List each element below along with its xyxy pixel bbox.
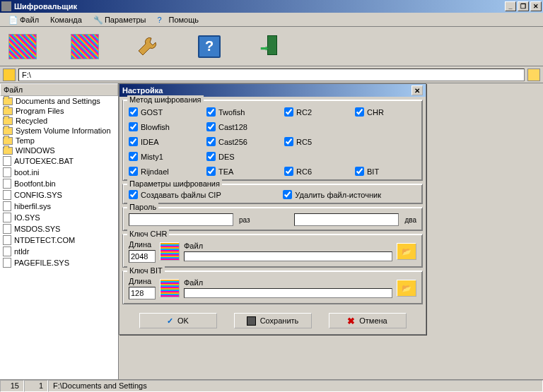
file-name: System Volume Information: [16, 126, 111, 135]
chk-create-cip[interactable]: Создавать файлы CIP: [129, 190, 221, 199]
file-icon: [3, 224, 11, 234]
chk-rc5[interactable]: RC5: [284, 137, 355, 146]
toolbar-cipher1-button[interactable]: [6, 30, 40, 64]
menu-help[interactable]: ?Помощь: [152, 14, 205, 25]
ok-button[interactable]: ✓OK: [139, 313, 217, 328]
chk-chr[interactable]: CHR: [355, 107, 419, 117]
cipher-method-group: Метод шифрования GOST Twofish RC2 CHR Bl…: [122, 100, 423, 181]
chk-cast256[interactable]: Cast256: [206, 137, 284, 146]
file-row[interactable]: Documents and Settings: [0, 96, 118, 106]
chr-length-input[interactable]: [129, 250, 156, 263]
floppy-icon: [247, 316, 256, 326]
file-row[interactable]: CONFIG.SYS: [0, 189, 118, 201]
chr-file-input[interactable]: [184, 251, 392, 261]
help-icon: ?: [158, 16, 166, 24]
file-row[interactable]: boot.ini: [0, 167, 118, 178]
password-input-1[interactable]: [129, 213, 233, 226]
file-name: ntldr: [14, 247, 29, 256]
bit-key-generate-button[interactable]: [160, 279, 180, 297]
chk-tea[interactable]: TEA: [206, 167, 284, 176]
file-name: CONFIG.SYS: [14, 191, 62, 199]
file-name: WINDOWS: [16, 146, 55, 155]
dialog-close-button[interactable]: ✕: [411, 85, 423, 95]
folder-icon: [3, 127, 13, 135]
status-path: F:\Documents and Settings: [48, 380, 543, 392]
bit-file-open-button[interactable]: 📂: [397, 280, 416, 297]
save-button[interactable]: Сохранить: [234, 313, 312, 328]
group-legend: Пароль: [127, 203, 158, 211]
bit-length-input[interactable]: [129, 287, 156, 299]
file-row[interactable]: Bootfont.bin: [0, 178, 118, 189]
file-name: IO.SYS: [14, 213, 40, 222]
file-icon: [3, 247, 11, 256]
toolbar-help-button[interactable]: ?: [192, 30, 226, 64]
file-list-header[interactable]: Файл: [0, 83, 118, 96]
menu-command[interactable]: Команда: [45, 14, 88, 25]
app-icon: [1, 1, 11, 11]
chk-des[interactable]: DES: [206, 152, 284, 161]
toolbar-settings-button[interactable]: [130, 30, 164, 64]
file-row[interactable]: Program Files: [0, 106, 118, 116]
chk-blowfish[interactable]: Blowfish: [129, 122, 206, 131]
folder-icon: [3, 147, 13, 155]
path-input[interactable]: [18, 69, 525, 81]
chk-idea[interactable]: IDEA: [129, 137, 206, 146]
folder-icon: [3, 137, 13, 145]
status-count-2: 1: [24, 380, 48, 392]
chk-delete-src[interactable]: Удалить файл-источник: [283, 190, 381, 199]
file-name: NTDETECT.COM: [14, 236, 75, 244]
file-name: AUTOEXEC.BAT: [14, 157, 74, 165]
chk-bit[interactable]: BIT: [355, 167, 419, 176]
file-row[interactable]: Recycled: [0, 116, 118, 126]
file-icon: [3, 235, 11, 245]
file-row[interactable]: hiberfil.sys: [0, 201, 118, 212]
chk-cast128[interactable]: Cast128: [206, 122, 284, 131]
file-name: MSDOS.SYS: [14, 225, 60, 233]
chr-file-open-button[interactable]: 📂: [397, 243, 416, 260]
bit-key-group: Ключ BIT Длина Файл 📂: [122, 271, 423, 304]
cipher-icon: [8, 34, 37, 59]
path-bar: [0, 66, 543, 83]
file-label: Файл: [184, 242, 392, 250]
cancel-button[interactable]: ✖Отмена: [329, 313, 407, 328]
file-row[interactable]: IO.SYS: [0, 212, 118, 223]
menu-params[interactable]: 🔧Параметры: [88, 14, 152, 25]
x-icon: ✖: [347, 316, 355, 326]
file-list: Файл Documents and SettingsProgram Files…: [0, 83, 119, 380]
file-row[interactable]: WINDOWS: [0, 145, 118, 155]
menu-file[interactable]: 📄Файл: [3, 14, 45, 25]
chk-gost[interactable]: GOST: [129, 107, 206, 117]
chk-rijndael[interactable]: Rijndael: [129, 167, 206, 176]
menubar: 📄Файл Команда 🔧Параметры ?Помощь: [0, 13, 543, 27]
file-row[interactable]: MSDOS.SYS: [0, 223, 118, 234]
bit-file-input[interactable]: [184, 288, 392, 298]
password-input-2[interactable]: [294, 213, 399, 226]
file-icon: [3, 167, 11, 177]
chr-key-group: Ключ CHR Длина Файл 📂: [122, 234, 423, 268]
toolbar-exit-button[interactable]: ➡: [255, 30, 288, 64]
file-row[interactable]: AUTOEXEC.BAT: [0, 155, 118, 167]
close-button[interactable]: ✕: [530, 1, 542, 11]
folder-up-icon[interactable]: [3, 69, 16, 81]
group-legend: Ключ CHR: [127, 230, 169, 238]
length-label: Длина: [129, 277, 156, 285]
chk-rc6[interactable]: RC6: [284, 167, 355, 176]
file-row[interactable]: Temp: [0, 136, 118, 145]
chr-key-generate-button[interactable]: [160, 242, 180, 261]
window-titlebar: Шифровальщик _ ❐ ✕: [0, 0, 543, 13]
chk-twofish[interactable]: Twofish: [206, 107, 284, 117]
minimize-button[interactable]: _: [505, 1, 516, 11]
file-row[interactable]: PAGEFILE.SYS: [0, 257, 118, 268]
file-name: boot.ini: [14, 168, 39, 177]
maximize-button[interactable]: ❐: [518, 1, 529, 11]
status-count-1: 15: [0, 380, 24, 392]
folder-open-icon[interactable]: [527, 69, 540, 81]
file-row[interactable]: NTDETECT.COM: [0, 234, 118, 246]
toolbar-cipher2-button[interactable]: [68, 30, 102, 64]
file-icon: [3, 213, 11, 222]
chk-rc2[interactable]: RC2: [284, 107, 355, 117]
folder-icon: 📂: [402, 247, 411, 256]
file-row[interactable]: System Volume Information: [0, 126, 118, 136]
chk-misty1[interactable]: Misty1: [129, 152, 206, 161]
file-row[interactable]: ntldr: [0, 246, 118, 257]
